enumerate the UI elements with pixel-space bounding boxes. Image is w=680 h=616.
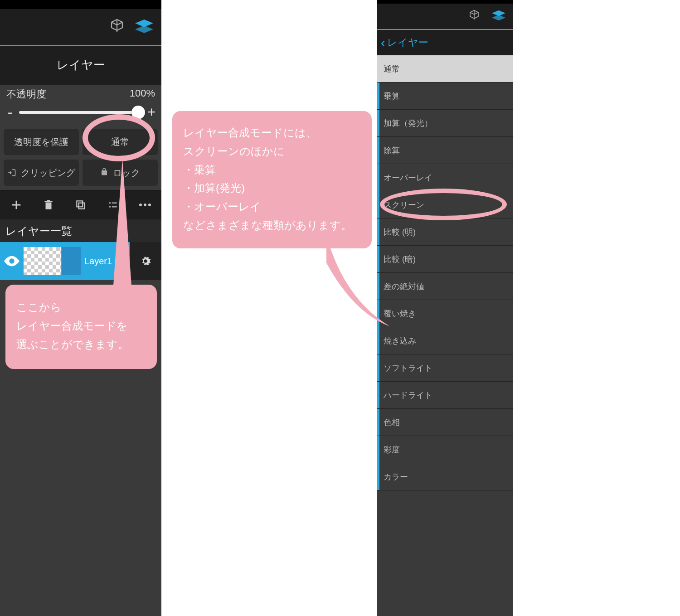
opacity-label: 不透明度 [6, 87, 46, 101]
blend-mode-option-label: オーバーレイ [384, 172, 432, 183]
opacity-value: 100% [130, 87, 155, 101]
blend-mode-option-label: カラー [384, 471, 408, 482]
blend-mode-list: 通常乗算加算（発光）除算オーバーレイスクリーン比較 (明)比較 (暗)差の絶対値… [377, 55, 513, 490]
svg-rect-0 [79, 203, 85, 209]
blend-mode-option[interactable]: 色相 [377, 409, 513, 436]
callout2-line3: ・乗算 [183, 161, 361, 179]
blend-mode-panel: ‹ レイヤー 通常乗算加算（発光）除算オーバーレイスクリーン比較 (明)比較 (… [377, 0, 513, 616]
svg-point-7 [144, 204, 146, 206]
opacity-plus-button[interactable]: + [146, 104, 157, 121]
layer-thumbnail [24, 247, 61, 275]
active-indicator [377, 82, 379, 109]
svg-point-6 [139, 204, 142, 206]
svg-point-8 [148, 204, 151, 206]
highlight-ring [83, 114, 155, 161]
blend-mode-option[interactable]: 加算（発光） [377, 110, 513, 137]
back-button[interactable]: ‹ レイヤー [377, 30, 513, 55]
clipping-label: クリッピング [21, 167, 75, 179]
svg-rect-1 [77, 201, 83, 207]
callout2-line2: スクリーンのほかに [183, 142, 361, 161]
layer-mask-thumbnail [62, 247, 81, 275]
blend-mode-option-label: 色相 [384, 417, 400, 428]
protect-transparency-button[interactable]: 透明度を保護 [4, 129, 79, 155]
blend-mode-option[interactable]: 通常 [377, 55, 513, 82]
blend-mode-option-label: 除算 [384, 145, 400, 156]
panel-tabbar [0, 9, 161, 46]
callout2-line5: ・オーバーレイ [183, 198, 361, 216]
callout1-line2: レイヤー合成モードを [16, 317, 146, 335]
layer-list-header: レイヤー一覧 [0, 219, 161, 242]
layers-tab-icon[interactable] [135, 19, 153, 35]
layer-settings-button[interactable] [130, 242, 161, 280]
panel-tabbar [377, 4, 513, 30]
opacity-minus-button[interactable]: - [5, 104, 15, 121]
active-indicator [377, 137, 379, 164]
active-indicator [377, 110, 379, 136]
clipping-button[interactable]: クリッピング [4, 160, 79, 186]
opacity-slider[interactable] [19, 111, 142, 114]
callout1-line1: ここから [16, 298, 146, 317]
layer-toolbar [0, 190, 161, 219]
active-indicator [377, 164, 379, 191]
materials-tab-icon[interactable] [109, 18, 125, 36]
callout2-line4: ・加算(発光) [183, 179, 361, 198]
blend-mode-option[interactable]: 差の絶対値 [377, 273, 513, 300]
highlight-ring-2 [380, 189, 507, 220]
active-indicator [377, 382, 379, 408]
status-bar [0, 0, 161, 9]
active-indicator [377, 463, 379, 490]
blend-mode-option[interactable]: 比較 (明) [377, 218, 513, 246]
status-bar [377, 0, 513, 4]
blend-mode-option[interactable]: ソフトライト [377, 354, 513, 382]
callout2-line6: などさまざまな種類があります。 [183, 216, 361, 235]
opacity-row: 不透明度 100% [0, 85, 161, 101]
blend-mode-option-label: 彩度 [384, 444, 400, 455]
blend-mode-option-label: ハードライト [384, 390, 432, 401]
active-indicator [377, 409, 379, 436]
active-indicator [377, 354, 379, 381]
chevron-left-icon: ‹ [381, 35, 385, 50]
blend-mode-option[interactable]: 比較 (暗) [377, 246, 513, 273]
blend-mode-option-label: 加算（発光） [384, 118, 432, 129]
blend-mode-option[interactable]: 彩度 [377, 436, 513, 463]
annotation-callout-2: レイヤー合成モードには、 スクリーンのほかに ・乗算 ・加算(発光) ・オーバー… [172, 111, 372, 248]
duplicate-layer-button[interactable] [73, 197, 89, 213]
panel-title: レイヤー [0, 46, 161, 85]
svg-point-2 [109, 202, 111, 204]
active-indicator [377, 191, 379, 218]
blend-mode-option[interactable]: オーバーレイ [377, 164, 513, 191]
blend-mode-option[interactable]: 覆い焼き [377, 300, 513, 327]
blend-mode-option[interactable]: 焼き込み [377, 327, 513, 354]
active-indicator [377, 436, 379, 463]
blend-mode-option-label: 乗算 [384, 91, 400, 102]
layers-tab-icon[interactable] [490, 9, 508, 24]
back-label: レイヤー [387, 36, 428, 49]
callout-pointer [113, 159, 131, 286]
layer-row[interactable]: Layer1 [0, 242, 161, 280]
blend-mode-option[interactable]: ハードライト [377, 382, 513, 409]
lock-icon [100, 167, 108, 179]
materials-tab-icon[interactable] [466, 7, 482, 25]
blend-mode-option[interactable]: 乗算 [377, 82, 513, 110]
visibility-icon[interactable] [0, 256, 24, 267]
svg-point-3 [109, 206, 111, 208]
protect-transparency-label: 透明度を保護 [14, 136, 68, 148]
add-layer-button[interactable] [8, 197, 24, 213]
blend-mode-option-label: 通常 [384, 63, 400, 74]
blend-mode-option-label: ソフトライト [384, 363, 432, 373]
callout-tail [326, 236, 390, 344]
callout2-line1: レイヤー合成モードには、 [183, 124, 361, 142]
delete-layer-button[interactable] [40, 197, 57, 213]
annotation-callout-1: ここから レイヤー合成モードを 選ぶことができます。 [5, 285, 157, 369]
callout1-line3: 選ぶことができます。 [16, 335, 146, 354]
blend-mode-option[interactable]: 除算 [377, 137, 513, 164]
blend-mode-option[interactable]: カラー [377, 463, 513, 490]
more-button[interactable] [137, 197, 153, 213]
